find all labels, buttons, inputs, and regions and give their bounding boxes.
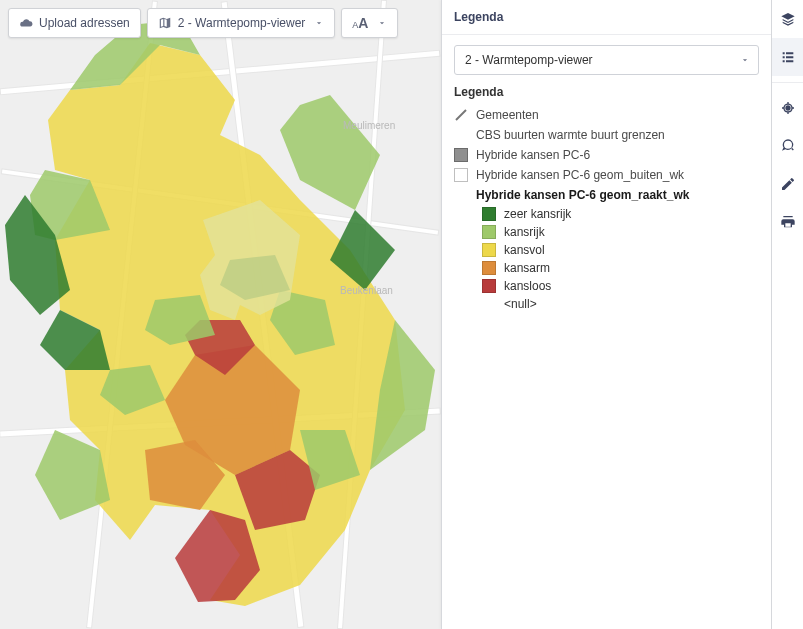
- legend-class-label: zeer kansrijk: [504, 207, 571, 221]
- color-swatch-icon: [482, 279, 496, 293]
- font-size-dropdown[interactable]: AA: [341, 8, 398, 38]
- color-swatch-icon: [482, 207, 496, 221]
- legend-class-list: zeer kansrijk kansrijk kansvol kansarm k…: [454, 205, 765, 313]
- legend-class-item: kansrijk: [482, 223, 765, 241]
- legend-section-title: Legenda: [442, 81, 771, 105]
- upload-button-label: Upload adressen: [39, 16, 130, 30]
- legend-layer[interactable]: CBS buurten warmte buurt grenzen: [454, 125, 765, 145]
- chevron-down-icon: [314, 18, 324, 28]
- empty-swatch-icon: [482, 297, 496, 311]
- color-swatch-icon: [454, 148, 468, 162]
- empty-swatch-icon: [454, 128, 468, 142]
- legend-class-label: kansloos: [504, 279, 551, 293]
- legend-layer-list: Gemeenten CBS buurten warmte buurt grenz…: [442, 105, 771, 329]
- top-toolbar: Upload adressen 2 - Warmtepomp-viewer AA: [8, 8, 398, 38]
- rail-print-button[interactable]: [772, 203, 804, 241]
- legend-select-value: 2 - Warmtepomp-viewer: [465, 53, 593, 67]
- legend-class-label: kansvol: [504, 243, 545, 257]
- legend-layer[interactable]: Gemeenten: [454, 105, 765, 125]
- rail-legend-button[interactable]: [772, 38, 804, 76]
- legend-class-label: kansarm: [504, 261, 550, 275]
- legend-layer-active[interactable]: Hybride kansen PC-6 geom_raakt_wk: [454, 185, 765, 205]
- map-icon: [158, 16, 172, 30]
- legend-class-item: kansarm: [482, 259, 765, 277]
- legend-layer-select[interactable]: 2 - Warmtepomp-viewer: [454, 45, 759, 75]
- legend-class-item: kansloos: [482, 277, 765, 295]
- legend-layer-label: Hybride kansen PC-6 geom_buiten_wk: [476, 168, 684, 182]
- map-mode-dropdown[interactable]: 2 - Warmtepomp-viewer: [147, 8, 336, 38]
- color-swatch-icon: [482, 225, 496, 239]
- legend-class-item: <null>: [482, 295, 765, 313]
- color-swatch-icon: [454, 168, 468, 182]
- legend-class-label: <null>: [504, 297, 537, 311]
- empty-swatch-icon: [454, 188, 468, 202]
- choropleth-overlay: [0, 0, 440, 629]
- upload-addresses-button[interactable]: Upload adressen: [8, 8, 141, 38]
- legend-layer[interactable]: Hybride kansen PC-6 geom_buiten_wk: [454, 165, 765, 185]
- svg-marker-3: [280, 95, 380, 210]
- legend-panel-title: Legenda: [442, 0, 771, 35]
- legend-layer-label: Gemeenten: [476, 108, 539, 122]
- legend-layer-label: CBS buurten warmte buurt grenzen: [476, 128, 665, 142]
- font-size-icon: AA: [352, 15, 368, 31]
- legend-class-label: kansrijk: [504, 225, 545, 239]
- legend-panel: Legenda 2 - Warmtepomp-viewer Legenda Ge…: [441, 0, 771, 629]
- chevron-down-icon: [740, 55, 750, 65]
- map-mode-label: 2 - Warmtepomp-viewer: [178, 16, 306, 30]
- cloud-upload-icon: [19, 16, 33, 30]
- legend-layer-label: Hybride kansen PC-6: [476, 148, 590, 162]
- color-swatch-icon: [482, 261, 496, 275]
- line-swatch-icon: [454, 108, 468, 122]
- rail-spatial-search-button[interactable]: [772, 127, 804, 165]
- rail-locate-button[interactable]: [772, 89, 804, 127]
- map-app: { "toolbar": { "upload_label": "Upload a…: [0, 0, 803, 629]
- legend-layer[interactable]: Hybride kansen PC-6: [454, 145, 765, 165]
- rail-edit-button[interactable]: [772, 165, 804, 203]
- legend-class-item: zeer kansrijk: [482, 205, 765, 223]
- rail-layers-button[interactable]: [772, 0, 804, 38]
- side-rail: [771, 0, 803, 629]
- color-swatch-icon: [482, 243, 496, 257]
- chevron-down-icon: [377, 18, 387, 28]
- legend-class-item: kansvol: [482, 241, 765, 259]
- legend-layer-label: Hybride kansen PC-6 geom_raakt_wk: [476, 188, 689, 202]
